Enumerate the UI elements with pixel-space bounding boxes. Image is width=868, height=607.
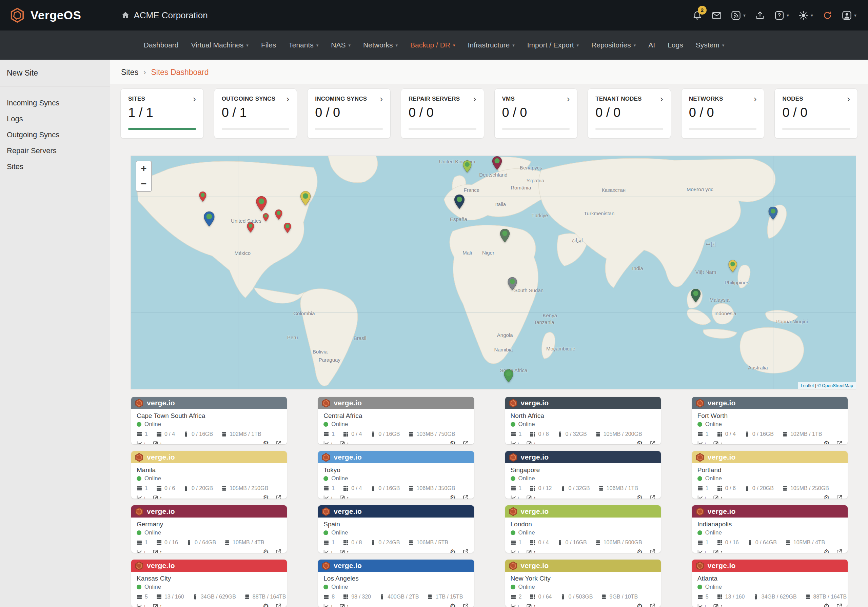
nav-item-infrastructure[interactable]: Infrastructure ▾: [468, 41, 515, 49]
incoming-stats-button[interactable]: ↓: [698, 549, 707, 553]
nav-item-ai[interactable]: AI: [648, 41, 655, 49]
site-map-pin[interactable]: [728, 260, 737, 274]
incoming-stats-button[interactable]: ↓: [511, 603, 520, 607]
site-settings-button[interactable]: ⚙: [637, 440, 643, 444]
site-card-spain[interactable]: verge.io Spain Online 1 0 / 8 0 / 24GB: [318, 505, 474, 553]
site-card-germany[interactable]: verge.io Germany Online 1 0 / 16 0 / 6: [131, 505, 287, 553]
stat-card[interactable]: OUTGOING SYNCS › 0 / 1: [214, 88, 298, 139]
nav-item-logs[interactable]: Logs: [668, 41, 683, 49]
world-map[interactable]: + − Leaflet | © OpenStreetMap United Sta…: [130, 156, 856, 389]
nav-item-nas[interactable]: NAS ▾: [331, 41, 350, 49]
sidebar-item-new-site[interactable]: New Site: [0, 60, 110, 87]
open-site-button[interactable]: [649, 494, 656, 499]
sidebar-item-sites[interactable]: Sites: [7, 159, 110, 175]
site-map-pin[interactable]: [247, 222, 254, 234]
site-settings-button[interactable]: ⚙: [637, 548, 643, 553]
sidebar-item-incoming-syncs[interactable]: Incoming Syncs: [7, 95, 110, 111]
incoming-stats-button[interactable]: ↓: [136, 441, 146, 444]
incoming-stats-button[interactable]: ↓: [324, 603, 333, 607]
open-site-button[interactable]: [463, 440, 468, 444]
outgoing-edit-button[interactable]: ↑: [713, 441, 723, 444]
outgoing-edit-button[interactable]: ↑: [527, 495, 536, 499]
site-settings-button[interactable]: ⚙: [637, 602, 643, 607]
site-card-portland[interactable]: verge.io Portland Online 1 0 / 6 0 / 2: [692, 451, 848, 499]
site-map-pin[interactable]: [284, 223, 291, 234]
site-card-tokyo[interactable]: verge.io Tokyo Online 1 0 / 4 0 / 16GB: [318, 451, 474, 499]
incoming-stats-button[interactable]: ↓: [324, 495, 333, 499]
site-card-atlanta[interactable]: verge.io Atlanta Online 5 13 / 160 34G: [692, 559, 848, 607]
incoming-stats-button[interactable]: ↓: [511, 495, 520, 499]
open-site-button[interactable]: [837, 548, 842, 553]
site-map-pin[interactable]: [454, 195, 465, 210]
outgoing-edit-button[interactable]: ↑: [713, 549, 723, 553]
site-card-fort-worth[interactable]: verge.io Fort Worth Online 1 0 / 4 0 /: [692, 397, 848, 444]
site-settings-button[interactable]: ⚙: [263, 494, 269, 499]
feeds-button[interactable]: ▾: [731, 11, 746, 20]
messages-button[interactable]: [712, 11, 722, 20]
nav-item-system[interactable]: System ▾: [696, 41, 725, 49]
chevron-right-icon[interactable]: ›: [660, 96, 663, 102]
open-site-button[interactable]: [649, 440, 656, 444]
incoming-stats-button[interactable]: ↓: [698, 495, 707, 499]
site-settings-button[interactable]: ⚙: [450, 494, 456, 499]
open-site-button[interactable]: [649, 602, 656, 607]
site-card-north-africa[interactable]: verge.io North Africa Online 1 0 / 8 0: [505, 397, 661, 444]
site-card-cape-town-south-africa[interactable]: verge.io Cape Town South Africa Online 1…: [131, 397, 287, 444]
open-site-button[interactable]: [463, 602, 468, 607]
open-site-button[interactable]: [276, 440, 281, 444]
open-site-button[interactable]: [276, 548, 281, 553]
osm-link[interactable]: © OpenStreetMap: [817, 383, 853, 388]
outgoing-edit-button[interactable]: ↑: [527, 549, 536, 553]
site-map-pin[interactable]: [492, 156, 502, 171]
site-settings-button[interactable]: ⚙: [450, 602, 456, 607]
site-settings-button[interactable]: ⚙: [263, 602, 269, 607]
nav-item-networks[interactable]: Networks ▾: [363, 41, 398, 49]
incoming-stats-button[interactable]: ↓: [698, 441, 707, 444]
site-map-pin[interactable]: [256, 196, 267, 212]
site-settings-button[interactable]: ⚙: [263, 548, 269, 553]
open-site-button[interactable]: [463, 548, 468, 553]
chevron-right-icon[interactable]: ›: [567, 96, 570, 102]
site-settings-button[interactable]: ⚙: [450, 440, 456, 444]
stat-card[interactable]: INCOMING SYNCS › 0 / 0: [307, 88, 391, 139]
user-menu-button[interactable]: ▾: [842, 11, 857, 20]
site-map-pin[interactable]: [691, 289, 701, 304]
incoming-stats-button[interactable]: ↓: [511, 441, 520, 444]
site-map-pin[interactable]: [301, 191, 311, 207]
site-map-pin[interactable]: [275, 209, 282, 221]
chevron-right-icon[interactable]: ›: [193, 96, 196, 102]
stat-card[interactable]: REPAIR SERVERS › 0 / 0: [401, 88, 484, 139]
site-settings-button[interactable]: ⚙: [637, 494, 643, 499]
brand[interactable]: VergeOS: [9, 8, 81, 23]
nav-item-backup-dr[interactable]: Backup / DR ▾: [410, 41, 455, 49]
site-map-pin[interactable]: [508, 277, 517, 291]
site-map-pin[interactable]: [500, 229, 510, 244]
stat-card[interactable]: TENANT NODES › 0 / 0: [587, 88, 671, 139]
incoming-stats-button[interactable]: ↓: [324, 441, 333, 444]
site-card-london[interactable]: verge.io London Online 1 0 / 4 0 / 16G: [505, 505, 661, 553]
incoming-stats-button[interactable]: ↓: [136, 603, 146, 607]
incoming-stats-button[interactable]: ↓: [698, 603, 707, 607]
site-settings-button[interactable]: ⚙: [824, 602, 830, 607]
nav-item-import-export[interactable]: Import / Export ▾: [527, 41, 579, 49]
incoming-stats-button[interactable]: ↓: [136, 549, 146, 553]
site-map-pin[interactable]: [263, 213, 268, 223]
chevron-right-icon[interactable]: ›: [473, 96, 476, 102]
outgoing-edit-button[interactable]: ↑: [153, 549, 163, 553]
nav-item-dashboard[interactable]: Dashboard: [144, 41, 179, 49]
site-map-pin[interactable]: [769, 207, 778, 221]
site-map-pin[interactable]: [463, 160, 472, 174]
chevron-right-icon[interactable]: ›: [286, 96, 289, 102]
nav-item-virtual-machines[interactable]: Virtual Machines ▾: [191, 41, 248, 49]
outgoing-edit-button[interactable]: ↑: [153, 603, 163, 607]
outgoing-edit-button[interactable]: ↑: [340, 549, 349, 553]
stat-card[interactable]: NODES › 0 / 0: [774, 88, 858, 139]
chevron-right-icon[interactable]: ›: [753, 96, 756, 102]
outgoing-edit-button[interactable]: ↑: [153, 495, 163, 499]
theme-button[interactable]: ▾: [798, 11, 813, 20]
refresh-button[interactable]: [823, 11, 832, 20]
site-card-new-york-city[interactable]: verge.io New York City Online 2 0 / 64: [505, 559, 661, 607]
site-card-los-angeles[interactable]: verge.io Los Angeles Online 8 98 / 320: [318, 559, 474, 607]
stat-card[interactable]: SITES › 1 / 1: [120, 88, 204, 139]
nav-item-tenants[interactable]: Tenants ▾: [288, 41, 318, 49]
